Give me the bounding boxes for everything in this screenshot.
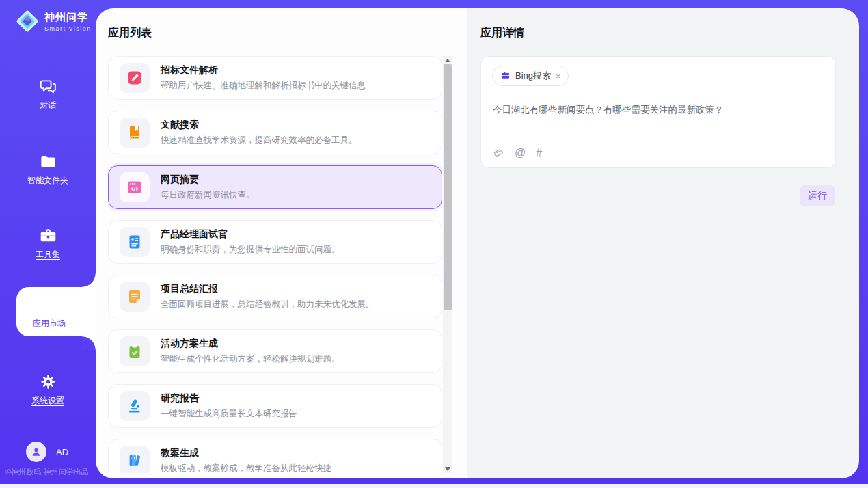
app-card-desc: 帮助用户快速、准确地理解和解析招标书中的关键信息 <box>161 80 366 92</box>
brand-diamond-icon <box>15 9 40 33</box>
app-card-title: 研究报告 <box>161 392 297 405</box>
mention-icon[interactable]: @ <box>515 147 526 159</box>
sidebar-item-chat[interactable]: 对话 <box>0 72 96 116</box>
briefcase-icon <box>500 70 511 83</box>
close-icon[interactable]: × <box>556 72 561 81</box>
app-card-desc: 快速精准查找学术资源，提高研究效率的必备工具。 <box>161 135 357 146</box>
cube-icon <box>40 295 59 314</box>
app-list-title: 应用列表 <box>108 26 152 40</box>
app-card-title: 项目总结汇报 <box>161 283 375 295</box>
user-account[interactable]: AD <box>26 442 68 462</box>
app-detail-title: 应用详情 <box>480 26 524 40</box>
run-button[interactable]: 运行 <box>800 185 835 206</box>
sidebar-item-label: 系统设置 <box>31 395 64 407</box>
app-card-title: 活动方案生成 <box>161 338 340 350</box>
app-card-desc: 一键智能生成高质量长文本研究报告 <box>161 408 297 420</box>
app-card-literature-search[interactable]: 文献搜索 快速精准查找学术资源，提高研究效率的必备工具。 <box>108 111 442 154</box>
app-card-web-summary[interactable]: 网页摘要 每日政府新闻资讯快查。 <box>108 165 442 209</box>
composer-toolbar: @ # <box>493 147 542 159</box>
app-card-title: 文献搜索 <box>161 119 357 131</box>
app-window: 神州问学 Smart Vision 对话 <box>0 0 868 488</box>
app-card-desc: 智能生成个性化活动方案，轻松解决规划难题。 <box>161 353 340 365</box>
app-card-desc: 每日政府新闻资讯快查。 <box>161 189 255 201</box>
brand-name: 神州问学 <box>44 11 92 24</box>
app-card-list: 招标文件解析 帮助用户快速、准确地理解和解析招标书中的关键信息 文献搜索 <box>108 56 442 473</box>
sidebar-item-label: 工具集 <box>36 249 60 260</box>
folder-icon <box>39 152 57 171</box>
sidebar-item-label: 应用市场 <box>33 318 66 329</box>
sticky-note-icon <box>120 282 150 312</box>
scroll-down-icon[interactable] <box>443 465 452 473</box>
gear-icon <box>39 372 57 391</box>
window-bottom-edge <box>0 484 868 488</box>
microscope-icon <box>120 391 150 421</box>
app-card-bid-analysis[interactable]: 招标文件解析 帮助用户快速、准确地理解和解析招标书中的关键信息 <box>108 56 442 100</box>
app-card-lesson-plan[interactable]: 教案生成 模板驱动，教案秒成，教学准备从此轻松快捷 <box>108 439 442 473</box>
scroll-up-icon[interactable] <box>443 56 452 64</box>
attachment-icon[interactable] <box>493 148 504 159</box>
app-card-desc: 明确身份和职责，为您提供专业性的面试问题。 <box>161 244 340 256</box>
tool-chip-label: Bing搜索 <box>515 70 551 82</box>
toolbox-icon <box>39 226 57 245</box>
app-card-desc: 模板驱动，教案秒成，教学准备从此轻松快捷 <box>161 463 331 473</box>
app-card-project-report[interactable]: 项目总结汇报 全面回顾项目进展，总结经验教训，助力未来优化发展。 <box>108 275 442 318</box>
sidebar-item-label: 对话 <box>40 100 56 111</box>
app-card-pm-interviewer[interactable]: 产品经理面试官 明确身份和职责，为您提供专业性的面试问题。 <box>108 220 442 264</box>
app-card-desc: 全面回顾项目进展，总结经验教训，助力未来优化发展。 <box>161 299 375 310</box>
app-card-title: 网页摘要 <box>161 174 255 186</box>
edit-square-icon <box>120 63 150 93</box>
query-text[interactable]: 今日湖北有哪些新闻要点？有哪些需要关注的最新政策？ <box>493 104 821 116</box>
resume-icon <box>120 227 150 257</box>
app-card-title: 产品经理面试官 <box>161 228 340 241</box>
app-card-title: 招标文件解析 <box>161 64 366 77</box>
app-list-pane: 应用列表 招标文件解析 帮助用户快速、准确地理解和解析招标书中的关键信息 <box>96 8 467 478</box>
tool-chip-bing-search[interactable]: Bing搜索 × <box>492 66 569 86</box>
chat-icon <box>39 77 57 96</box>
book-icon <box>120 118 150 148</box>
app-card-title: 教案生成 <box>161 447 331 459</box>
sidebar-item-smart-folder[interactable]: 智能文件夹 <box>0 148 96 191</box>
sidebar-item-label: 智能文件夹 <box>27 175 68 187</box>
clipboard-check-icon <box>120 336 150 366</box>
user-name: AD <box>56 447 68 457</box>
sidebar-item-toolset[interactable]: 工具集 <box>0 221 96 265</box>
sidebar-item-app-market[interactable]: 应用市场 <box>16 287 96 336</box>
browser-code-icon <box>120 172 150 202</box>
app-card-research-report[interactable]: 研究报告 一键智能生成高质量长文本研究报告 <box>108 384 442 428</box>
content-panel: 应用列表 招标文件解析 帮助用户快速、准确地理解和解析招标书中的关键信息 <box>96 8 859 478</box>
app-card-event-plan[interactable]: 活动方案生成 智能生成个性化活动方案，轻松解决规划难题。 <box>108 329 442 373</box>
app-detail-pane: 应用详情 Bing搜索 × 今日 <box>467 8 859 478</box>
hashtag-icon[interactable]: # <box>536 147 542 159</box>
query-composer[interactable]: Bing搜索 × 今日湖北有哪些新闻要点？有哪些需要关注的最新政策？ @ # <box>480 56 836 168</box>
books-icon <box>120 446 150 473</box>
avatar[interactable] <box>26 442 46 462</box>
list-scrollbar[interactable] <box>443 56 452 473</box>
brand-logo: 神州问学 Smart Vision <box>15 9 92 33</box>
copyright-footer: ©神州数码·神州问学出品 <box>5 467 96 477</box>
sidebar-item-settings[interactable]: 系统设置 <box>0 368 96 411</box>
sidebar: 神州问学 Smart Vision 对话 <box>0 0 96 484</box>
brand-subtitle: Smart Vision <box>44 25 92 32</box>
scrollbar-thumb[interactable] <box>444 64 452 310</box>
